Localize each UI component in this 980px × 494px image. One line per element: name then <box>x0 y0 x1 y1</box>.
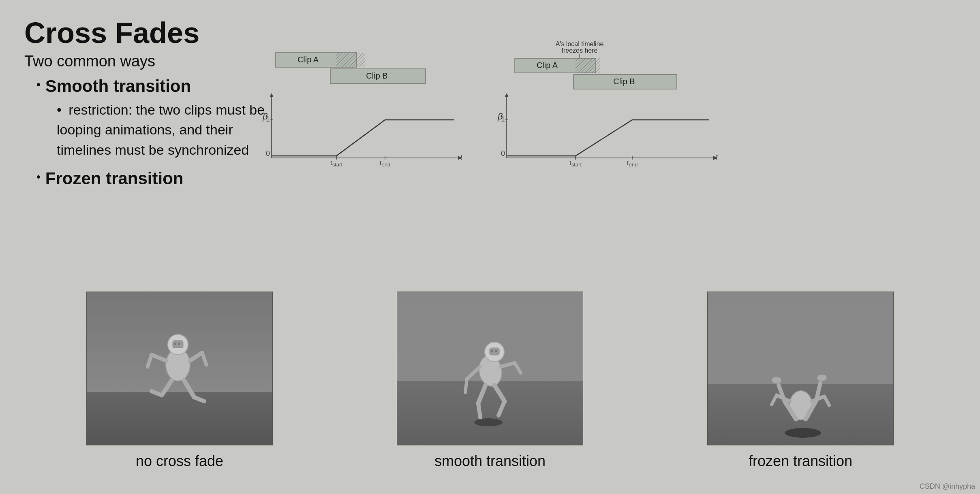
image-item-smooth: smooth transition <box>397 292 583 470</box>
svg-text:Clip B: Clip B <box>613 77 635 86</box>
svg-rect-3 <box>336 53 365 67</box>
svg-marker-25 <box>505 93 509 97</box>
svg-point-72 <box>785 428 821 438</box>
smooth-tstart: tstart <box>330 159 342 168</box>
bullet-dot-1: • <box>36 78 41 91</box>
frozen-label: frozen transition <box>749 453 852 470</box>
svg-text:Clip B: Clip B <box>366 71 387 80</box>
frozen-image <box>707 292 894 445</box>
svg-line-49 <box>465 379 467 392</box>
frozen-t-label: t <box>716 153 718 161</box>
svg-point-43 <box>174 343 176 345</box>
svg-text:Clip A: Clip A <box>537 61 558 70</box>
smooth-diagram: Clip A Clip B β 1 0 <box>251 40 462 170</box>
svg-marker-9 <box>270 93 274 97</box>
svg-point-59 <box>495 350 497 352</box>
bullet-frozen: • Frozen transition <box>36 169 267 188</box>
svg-point-56 <box>474 418 503 426</box>
frozen-transition-label: Frozen transition <box>45 169 184 188</box>
smooth-diagram-svg: Clip A Clip B β 1 0 <box>251 40 462 170</box>
svg-point-70 <box>772 377 781 383</box>
frozen-diagram: A's local timeline freezes here Clip A C… <box>486 40 713 170</box>
restriction-text: restriction: the two clips must be loopi… <box>57 102 265 158</box>
no-fade-label: no cross fade <box>136 453 223 470</box>
no-fade-svg <box>87 292 273 445</box>
svg-rect-60 <box>708 292 894 445</box>
smooth-svg <box>397 292 583 445</box>
left-content: Two common ways • Smooth transition • re… <box>24 53 267 188</box>
no-fade-image <box>86 292 273 445</box>
svg-rect-19 <box>576 58 600 73</box>
smooth-transition-label: Smooth transition <box>45 77 191 96</box>
svg-point-71 <box>817 375 827 381</box>
svg-text:1: 1 <box>501 115 505 123</box>
bullet-sub-restriction: • restriction: the two clips must be loo… <box>57 100 267 160</box>
frozen-svg <box>708 292 894 445</box>
frozen-tstart: tstart <box>569 159 582 168</box>
freeze-note: A's local timeline <box>556 40 604 47</box>
bullet-dot-sub: • <box>57 102 62 117</box>
smooth-t-label: t <box>460 153 462 161</box>
svg-text:freezes here: freezes here <box>562 47 598 54</box>
svg-point-44 <box>178 343 180 345</box>
bullet-smooth: • Smooth transition <box>36 77 267 96</box>
slide: Cross Fades Two common ways • Smooth tra… <box>0 0 980 494</box>
subtitle: Two common ways <box>24 53 267 70</box>
svg-point-58 <box>491 350 493 352</box>
smooth-image <box>397 292 583 445</box>
image-item-no-fade: no cross fade <box>86 292 273 470</box>
svg-text:0: 0 <box>501 149 505 158</box>
bullet-dot-2: • <box>36 170 41 183</box>
svg-line-53 <box>478 403 480 417</box>
svg-text:Clip A: Clip A <box>297 55 319 64</box>
image-item-frozen: frozen transition <box>707 292 894 470</box>
frozen-tend: tend <box>627 159 638 168</box>
frozen-diagram-svg: A's local timeline freezes here Clip A C… <box>486 40 721 170</box>
smooth-tend: tend <box>380 159 390 168</box>
watermark: CSDN @inhypha <box>920 482 975 491</box>
images-row: no cross fade <box>24 292 956 470</box>
smooth-label: smooth transition <box>434 453 546 470</box>
smooth-y1: 1 <box>266 115 270 123</box>
smooth-y0: 0 <box>266 149 270 158</box>
